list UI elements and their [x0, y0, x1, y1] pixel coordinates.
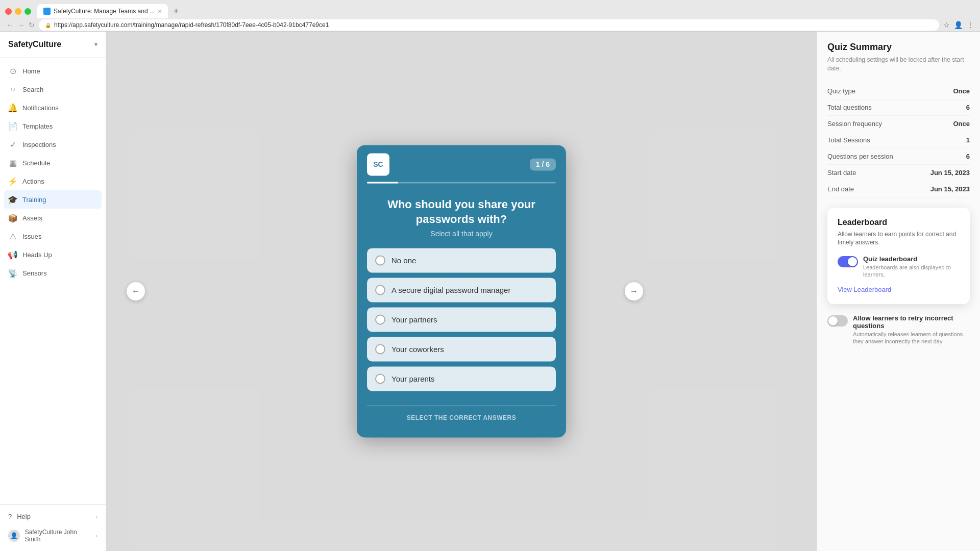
notifications-icon: 🔔	[8, 103, 17, 112]
url-bar[interactable]: 🔒 https://app.safetyculture.com/training…	[39, 19, 939, 31]
assets-icon: 📦	[8, 213, 17, 222]
option-radio	[375, 285, 385, 295]
summary-row-quiz-type: Quiz type Once	[827, 83, 970, 99]
sidebar-user-label: SafetyCulture John Smith	[25, 529, 91, 543]
option-text: Your partners	[391, 315, 437, 324]
sidebar-item-label: Actions	[22, 178, 44, 185]
right-panel: Quiz Summary All scheduling settings wil…	[817, 32, 980, 551]
option-text: No one	[391, 256, 416, 265]
active-tab[interactable]: SafetyCulture: Manage Teams and ... ✕	[37, 4, 168, 18]
leaderboard-title: Leaderboard	[838, 218, 960, 227]
minimize-button[interactable]	[15, 8, 21, 15]
summary-label: Start date	[827, 169, 856, 177]
tab-close-icon[interactable]: ✕	[158, 9, 162, 14]
quiz-question: Who should you share your passwords with…	[357, 189, 566, 242]
summary-label: Session frequency	[827, 120, 882, 128]
option-radio	[375, 374, 385, 384]
new-tab-button[interactable]: +	[170, 5, 182, 17]
quiz-card-header: SC 1 / 6	[357, 145, 566, 176]
sc-logo: SC	[367, 153, 389, 176]
summary-row-total-sessions: Total Sessions 1	[827, 132, 970, 148]
retry-sublabel: Automatically releases learners of quest…	[853, 331, 970, 345]
maximize-button[interactable]	[24, 8, 31, 15]
sidebar-item-label: Notifications	[22, 104, 59, 112]
sidebar-item-issues[interactable]: ⚠ Issues	[0, 227, 106, 245]
summary-label: Total Sessions	[827, 136, 870, 144]
sidebar-footer: ? Help › 👤 SafetyCulture John Smith ›	[0, 504, 106, 551]
templates-icon: 📄	[8, 121, 17, 131]
option-text: Your coworkers	[391, 345, 444, 354]
sidebar-item-schedule[interactable]: ▦ Schedule	[0, 154, 106, 172]
option-radio	[375, 315, 385, 325]
training-icon: 🎓	[8, 195, 17, 204]
leaderboard-toggle-row: Quiz leaderboard Leaderboards are also d…	[838, 255, 960, 279]
quiz-summary-subtitle: All scheduling settings will be locked a…	[827, 56, 970, 73]
summary-row-session-frequency: Session frequency Once	[827, 116, 970, 132]
quiz-options: No one A secure digital password manager…	[357, 242, 566, 397]
option-radio	[375, 256, 385, 266]
sidebar-item-label: Home	[22, 67, 40, 75]
lock-icon: 🔒	[45, 22, 51, 28]
sidebar-item-sensors[interactable]: 📡 Sensors	[0, 264, 106, 282]
sidebar-chevron-icon[interactable]: ▾	[94, 41, 97, 48]
leaderboard-description: Allow learners to earn points for correc…	[838, 230, 960, 247]
summary-row-end-date: End date Jun 15, 2023	[827, 181, 970, 197]
sidebar-item-training[interactable]: 🎓 Training	[4, 190, 102, 209]
chevron-right-icon: →	[630, 287, 638, 296]
sidebar-item-templates[interactable]: 📄 Templates	[0, 117, 106, 135]
summary-value: Once	[953, 120, 970, 128]
url-text: https://app.safetyculture.com/training/m…	[54, 21, 329, 29]
view-leaderboard-link[interactable]: View Leaderboard	[838, 286, 891, 293]
sidebar-item-label: Inspections	[22, 141, 56, 148]
quiz-leaderboard-toggle[interactable]	[838, 256, 858, 267]
sidebar-item-assets[interactable]: 📦 Assets	[0, 209, 106, 227]
sidebar-item-notifications[interactable]: 🔔 Notifications	[0, 98, 106, 117]
home-icon: ⊙	[8, 66, 17, 76]
profile-icon[interactable]: 👤	[954, 21, 963, 29]
sidebar-item-headsup[interactable]: 📢 Heads Up	[0, 245, 106, 264]
quiz-option-partners[interactable]: Your partners	[367, 308, 556, 332]
refresh-button[interactable]: ↻	[29, 21, 35, 29]
sensors-icon: 📡	[8, 268, 17, 278]
summary-row-questions-per-session: Questions per session 6	[827, 148, 970, 165]
sidebar-item-inspections[interactable]: ✓ Inspections	[0, 135, 106, 154]
summary-label: Questions per session	[827, 153, 893, 160]
quiz-question-text: Who should you share your passwords with…	[371, 197, 552, 227]
sidebar-item-home[interactable]: ⊙ Home	[0, 62, 106, 80]
user-avatar: 👤	[8, 530, 20, 542]
quiz-summary-section: Quiz Summary All scheduling settings wil…	[827, 42, 970, 197]
quiz-option-parents[interactable]: Your parents	[367, 367, 556, 391]
sidebar-item-actions[interactable]: ⚡ Actions	[0, 172, 106, 190]
quiz-option-no-one[interactable]: No one	[367, 248, 556, 273]
inspections-icon: ✓	[8, 140, 17, 149]
extensions-icon[interactable]: ⋮	[967, 21, 974, 29]
sidebar-item-user[interactable]: 👤 SafetyCulture John Smith ›	[0, 524, 106, 547]
quiz-option-coworkers[interactable]: Your coworkers	[367, 337, 556, 362]
summary-label: Total questions	[827, 104, 872, 111]
content-area: ← SC 1 / 6 Who should you share your pas…	[106, 32, 817, 551]
forward-button[interactable]: →	[17, 21, 24, 29]
sidebar-item-label: Search	[22, 86, 43, 93]
tab-bar: SafetyCulture: Manage Teams and ... ✕ +	[0, 0, 980, 18]
retry-toggle[interactable]	[827, 315, 848, 327]
quiz-summary-title: Quiz Summary	[827, 42, 970, 53]
prev-question-button[interactable]: ←	[127, 282, 145, 300]
back-button[interactable]: ←	[6, 21, 13, 29]
close-button[interactable]	[5, 8, 12, 15]
next-question-button[interactable]: →	[625, 282, 643, 300]
sidebar-item-label: Issues	[22, 233, 42, 240]
browser-chrome: SafetyCulture: Manage Teams and ... ✕ + …	[0, 0, 980, 32]
quiz-footer-text: SELECT THE CORRECT ANSWERS	[407, 415, 517, 422]
quiz-option-password-manager[interactable]: A secure digital password manager	[367, 278, 556, 303]
leaderboard-card: Leaderboard Allow learners to earn point…	[827, 208, 970, 304]
sidebar-item-label: Heads Up	[22, 251, 52, 259]
bookmark-icon[interactable]: ☆	[943, 21, 950, 29]
leaderboard-toggle-label: Quiz leaderboard	[863, 255, 960, 263]
issues-icon: ⚠	[8, 232, 17, 241]
sidebar-item-help[interactable]: ? Help ›	[0, 509, 106, 524]
quiz-footer: SELECT THE CORRECT ANSWERS	[367, 406, 556, 422]
chevron-left-icon: ←	[132, 287, 140, 296]
summary-value: Jun 15, 2023	[930, 169, 970, 177]
sidebar-item-search[interactable]: ○ Search	[0, 80, 106, 98]
summary-value: Jun 15, 2023	[930, 185, 970, 193]
